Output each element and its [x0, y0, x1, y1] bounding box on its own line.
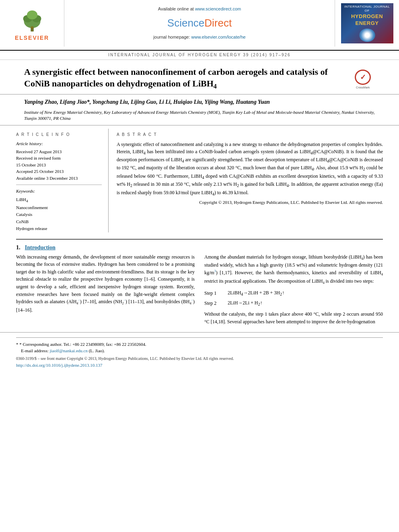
- sciencedirect-url[interactable]: www.sciencedirect.com: [195, 6, 241, 11]
- page-footer: * * Corresponding author. Tel.: +86 22 2…: [0, 332, 399, 372]
- revised-date: 15 October 2013: [16, 162, 102, 168]
- accepted-date: Accepted 25 October 2013: [16, 168, 102, 175]
- abstract-text: A synergistic effect of nanoconfinement …: [117, 141, 383, 197]
- intro-right-para1: Among the abundant materials for hydroge…: [204, 253, 383, 286]
- body-left-col: With increasing energy demands, the deve…: [16, 253, 195, 329]
- copyright-text: Copyright © 2013, Hydrogen Energy Public…: [117, 199, 383, 205]
- keyword-hydrogen: Hydrogen release: [16, 225, 102, 232]
- article-title-container: A synergistic effect between nanoconfine…: [24, 66, 344, 91]
- issn-line: 0360-3199/$ – see front matter Copyright…: [16, 356, 383, 362]
- keywords-label: Keywords:: [16, 188, 102, 194]
- asterisk-icon: *: [16, 342, 19, 347]
- elsevier-logo-section: ELSEVIER: [0, 0, 64, 47]
- article-info-label: A R T I C L E I N F O: [16, 132, 102, 138]
- sciencedirect-section: Available online at www.sciencedirect.co…: [64, 0, 335, 47]
- sciencedirect-logo: ScienceDirect: [167, 16, 232, 30]
- article-main-title: A synergistic effect between nanoconfine…: [24, 66, 344, 91]
- body-two-col: With increasing energy demands, the deve…: [0, 253, 399, 329]
- doi-line: http://dx.doi.org/10.1016/j.ijhydene.201…: [16, 362, 383, 368]
- crossmark-label: CrossMark: [356, 86, 370, 90]
- email-link[interactable]: jiaolf@nankai.edu.cn: [49, 348, 87, 353]
- available-date: Available online 3 December 2013: [16, 175, 102, 182]
- journal-banner: International Journal of Hydrogen Energy…: [0, 51, 399, 60]
- step1-label: Step 1: [204, 290, 224, 297]
- affiliation-section: Institute of New Energy Material Chemist…: [0, 108, 399, 125]
- chem-steps: Step 1 2LiBH4→2LiH + 2B + 3H2↑ Step 2 2L…: [204, 289, 383, 308]
- intro-number: 1.: [16, 244, 21, 251]
- svg-rect-6: [31, 29, 33, 32]
- step2-label: Step 2: [204, 300, 224, 307]
- affiliation-text: Institute of New Energy Material Chemist…: [24, 109, 375, 122]
- authors-list: Yanping Zhao, Lifang Jiao*, Yongchang Li…: [24, 98, 375, 106]
- doi-link[interactable]: http://dx.doi.org/10.1016/j.ijhydene.201…: [16, 363, 103, 368]
- journal-cover: International Journal of HYDROGEN ENERGY: [341, 3, 393, 43]
- abstract-col: A B S T R A C T A synergistic effect of …: [109, 129, 383, 233]
- crossmark-badge: ✓ CrossMark: [351, 70, 375, 90]
- keyword-nanoconfinement: Nanoconfinement: [16, 204, 102, 212]
- revised-label: Received in revised form: [16, 155, 102, 162]
- article-info-col: A R T I C L E I N F O Article history: R…: [16, 129, 109, 233]
- chem-step2: Step 2 2LiH→2Li + H2↑: [204, 299, 383, 308]
- article-info-abstract-section: A R T I C L E I N F O Article history: R…: [0, 129, 399, 233]
- keyword-libh4: LiBH4: [16, 196, 102, 204]
- article-history-label: Article history:: [16, 141, 102, 147]
- crossmark-icon: ✓: [355, 70, 371, 85]
- keyword-catalysis: Catalysis: [16, 211, 102, 218]
- body-right-col: Among the abundant materials for hydroge…: [204, 253, 383, 329]
- intro-left-para: With increasing energy demands, the deve…: [16, 253, 195, 314]
- intro-header: 1. Introduction: [0, 240, 399, 253]
- svg-point-4: [27, 10, 37, 19]
- journal-cover-title: International Journal of HYDROGEN ENERGY: [343, 5, 392, 27]
- available-online-text: Available online at www.sciencedirect.co…: [158, 6, 241, 12]
- elsevier-wordmark: ELSEVIER: [15, 34, 49, 42]
- svg-point-5: [31, 26, 33, 29]
- info-divider: [16, 185, 102, 185]
- step1-eq: 2LiBH4→2LiH + 2B + 3H2↑: [228, 289, 284, 298]
- email-line: E-mail address: jiaolf@nankai.edu.cn (L.…: [16, 347, 383, 354]
- journal-homepage: journal homepage: www.elsevier.com/locat…: [153, 34, 245, 40]
- keyword-conib: CoNiB: [16, 218, 102, 226]
- elsevier-logo: ELSEVIER: [15, 4, 49, 42]
- article-title-section: A synergistic effect between nanoconfine…: [0, 60, 399, 94]
- intro-heading: Introduction: [25, 244, 56, 251]
- step2-eq: 2LiH→2Li + H2↑: [228, 299, 262, 308]
- chem-step1: Step 1 2LiBH4→2LiH + 2B + 3H2↑: [204, 289, 383, 298]
- journal-header: ELSEVIER Available online at www.science…: [0, 0, 399, 51]
- abstract-label: A B S T R A C T: [117, 132, 383, 138]
- journal-cover-section: International Journal of HYDROGEN ENERGY: [335, 0, 399, 47]
- corresponding-author-note: * * Corresponding author. Tel.: +86 22 2…: [16, 341, 383, 348]
- intro-right-para2: Without the catalysts, the step 1 takes …: [204, 310, 383, 325]
- journal-homepage-link[interactable]: www.elsevier.com/locate/he: [191, 35, 246, 39]
- authors-section: Yanping Zhao, Lifang Jiao*, Yongchang Li…: [0, 94, 399, 108]
- received-date: Received 27 August 2013: [16, 148, 102, 155]
